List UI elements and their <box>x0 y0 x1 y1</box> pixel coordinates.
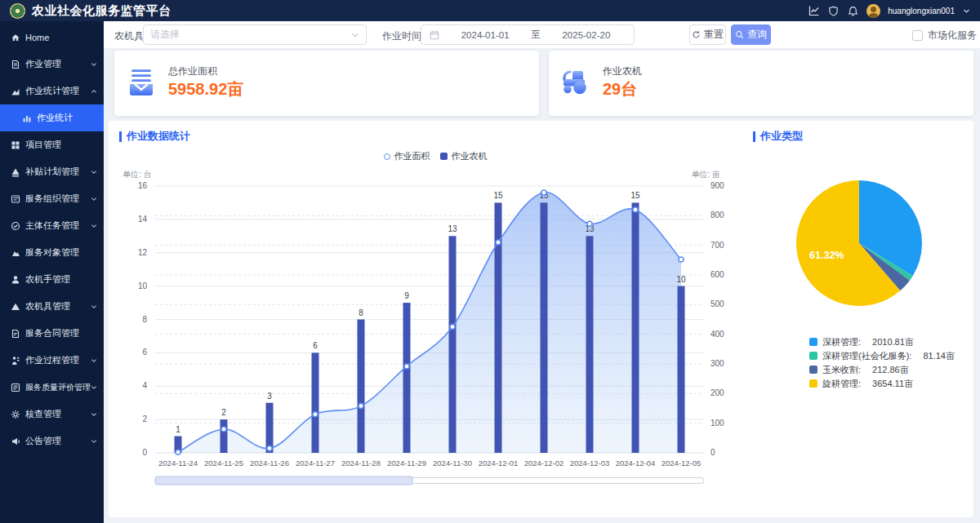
date-range-input[interactable]: 2024-01-01 至 2025-02-20 <box>421 24 635 45</box>
legend-item-machine[interactable]: 作业农机 <box>440 150 488 162</box>
date-end[interactable]: 2025-02-20 <box>547 30 626 40</box>
org-icon <box>11 194 20 204</box>
pie-legend-item[interactable]: 深耕管理(社会化服务):81.14亩 <box>809 351 955 361</box>
svg-text:10: 10 <box>138 281 148 290</box>
sidebar-item-driver-mgmt[interactable]: 农机手管理 <box>0 266 104 293</box>
app-logo-icon <box>10 3 25 19</box>
sidebar-item-label: 项目管理 <box>25 139 97 151</box>
reset-button[interactable]: 重置 <box>689 24 726 45</box>
svg-text:单位: 台: 单位: 台 <box>122 170 152 179</box>
works-chart-title: 作业数据统计 <box>119 129 190 144</box>
legend-label: 深耕管理: <box>822 337 861 347</box>
chevron-down-icon <box>91 169 97 175</box>
svg-text:10: 10 <box>676 275 686 284</box>
svg-text:100: 100 <box>710 419 724 428</box>
user-avatar[interactable] <box>866 4 880 18</box>
legend-value: 212.86亩 <box>872 365 909 375</box>
svg-text:15: 15 <box>493 191 503 200</box>
subsidy-icon <box>11 167 20 177</box>
sidebar-item-home[interactable]: Home <box>0 24 104 51</box>
svg-text:2024-11-27: 2024-11-27 <box>296 459 335 468</box>
legend-value: 81.14亩 <box>923 351 955 361</box>
calendar-icon <box>430 30 439 40</box>
main-content: 农机具 请选择 作业时间 2024-01-01 至 2025-02-20 重置 … <box>104 21 980 523</box>
check-icon <box>11 410 20 419</box>
svg-text:500: 500 <box>710 299 724 308</box>
sidebar-item-notice-mgmt[interactable]: 公告管理 <box>0 428 104 454</box>
svg-text:300: 300 <box>710 359 724 368</box>
sidebar-item-subject-task-mgmt[interactable]: 主体任务管理 <box>0 212 104 239</box>
sidebar-item-work-stat[interactable]: 作业统计 <box>0 104 104 131</box>
pie-legend-item[interactable]: 深耕管理:2010.81亩 <box>809 337 955 347</box>
svg-text:2024-11-24: 2024-11-24 <box>158 459 198 468</box>
sidebar-item-check-mgmt[interactable]: 核查管理 <box>0 401 104 428</box>
svg-text:6: 6 <box>313 341 318 350</box>
sidebar-item-label: 服务质量评价管理 <box>25 382 91 393</box>
svg-text:6: 6 <box>142 348 147 357</box>
time-label: 作业时间 <box>382 29 421 43</box>
sidebar-item-work-mgmt[interactable]: 作业管理 <box>0 51 104 78</box>
svg-text:2024-11-25: 2024-11-25 <box>204 459 243 468</box>
stat-card-machines: 作业农机 29台 <box>549 51 973 116</box>
svg-text:14: 14 <box>138 215 148 224</box>
svg-text:15: 15 <box>630 191 640 200</box>
chevron-down-icon[interactable] <box>962 5 970 17</box>
sidebar-item-label: Home <box>25 33 97 42</box>
project-icon <box>11 140 20 150</box>
svg-text:700: 700 <box>710 241 724 250</box>
area-stack-icon <box>126 67 157 98</box>
date-start[interactable]: 2024-01-01 <box>446 30 524 40</box>
sidebar-item-label: 服务对象管理 <box>25 246 97 259</box>
sidebar-item-service-object-mgmt[interactable]: 服务对象管理 <box>0 239 104 266</box>
legend-label: 深耕管理(社会化服务): <box>822 351 911 361</box>
sidebar-item-project-mgmt[interactable]: 项目管理 <box>0 131 104 158</box>
sidebar-item-contract-mgmt[interactable]: 服务合同管理 <box>0 320 104 347</box>
sidebar-item-quality-eval-mgmt[interactable]: 服务质量评价管理 <box>0 374 104 401</box>
sidebar-item-label: 核查管理 <box>25 408 91 420</box>
svg-text:400: 400 <box>710 330 724 339</box>
sidebar-item-label: 公告管理 <box>25 435 91 447</box>
datazoom-slider[interactable] <box>155 476 412 485</box>
circle-marker-icon <box>384 153 390 160</box>
query-button[interactable]: 查询 <box>731 24 771 45</box>
sidebar-item-label: 农机具管理 <box>25 300 91 312</box>
sidebar-item-label: 作业过程管理 <box>25 354 91 366</box>
stat-value: 29台 <box>603 78 637 100</box>
app-title: 农业社会化服务监管平台 <box>32 3 172 19</box>
machine-select-label: 农机具 <box>114 29 144 43</box>
refresh-icon <box>692 30 701 39</box>
svg-text:0: 0 <box>142 448 147 457</box>
sidebar-item-work-process-mgmt[interactable]: 作业过程管理 <box>0 347 104 374</box>
legend-item-area[interactable]: 作业面积 <box>384 150 430 162</box>
work-type-pie-chart: 61.32% <box>755 166 972 325</box>
sidebar-item-machine-mgmt[interactable]: 农机具管理 <box>0 293 104 320</box>
legend-value: 2010.81亩 <box>872 337 914 347</box>
sidebar-item-label: 作业管理 <box>25 58 91 70</box>
notice-icon <box>11 437 20 446</box>
sidebar-item-service-org-mgmt[interactable]: 服务组织管理 <box>0 185 104 212</box>
task-icon <box>11 221 20 231</box>
date-separator: 至 <box>531 29 541 41</box>
machine-select[interactable]: 请选择 <box>143 24 367 45</box>
svg-text:9: 9 <box>404 291 409 300</box>
checkbox-box[interactable] <box>912 30 923 41</box>
charts-panel: 作业数据统计 作业面积 作业农机 02468101214160100200300… <box>109 121 973 517</box>
chevron-down-icon <box>91 357 97 364</box>
svg-text:单位: 亩: 单位: 亩 <box>691 170 720 179</box>
svg-text:12: 12 <box>138 248 148 257</box>
chart-icon[interactable] <box>808 5 820 17</box>
chevron-up-icon <box>91 88 97 95</box>
shield-icon[interactable] <box>827 5 840 17</box>
pie-legend-item[interactable]: 玉米收割:212.86亩 <box>809 365 955 375</box>
sidebar-item-label: 农机手管理 <box>25 273 97 286</box>
sidebar-item-subsidy-plan-mgmt[interactable]: 补贴计划管理 <box>0 158 104 185</box>
pie-legend-item[interactable]: 旋耕管理:3654.11亩 <box>809 379 955 388</box>
sidebar-item-work-stat-mgmt[interactable]: 作业统计管理 <box>0 78 104 104</box>
svg-text:800: 800 <box>710 211 724 219</box>
stat-card-total-area: 总作业面积 5958.92亩 <box>114 51 539 116</box>
username[interactable]: huanglongxian001 <box>888 7 955 16</box>
stat2-icon <box>22 113 32 123</box>
market-service-checkbox[interactable]: 市场化服务 <box>912 29 977 42</box>
bell-icon[interactable] <box>847 5 859 17</box>
process-icon <box>11 356 20 366</box>
